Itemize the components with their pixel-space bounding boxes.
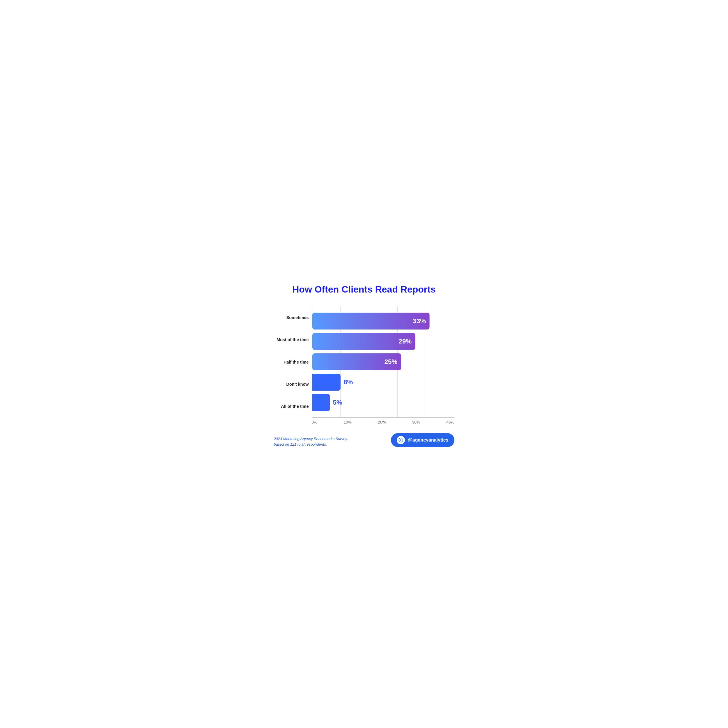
bar-value-label: 5% [333,399,342,406]
footnote-line2: based on 121 total respondents. [274,442,327,447]
y-label: Most of the time [274,337,309,342]
brand-icon [397,436,405,444]
bar-row: 5% [312,392,454,413]
bar-row: 25% [312,352,454,372]
bar-row: 8% [312,372,454,392]
y-labels: SometimesMost of the timeHalf the timeDo… [274,306,312,418]
svg-rect-0 [312,313,430,329]
bar-row: 29% [312,331,454,352]
footnote: 2023 Marketing Agency Benchmarks Survey,… [274,436,348,447]
bar-value-label: 33% [413,317,426,325]
y-label: Half the time [274,360,309,365]
y-label: Sometimes [274,315,309,320]
x-axis-label: 20% [378,420,386,424]
bar-wrap [312,394,330,411]
plot-area: 33%29%25%8%5% [312,306,454,418]
bar-value-label: 8% [344,378,353,386]
chart-inner: SometimesMost of the timeHalf the timeDo… [274,306,454,418]
bar-wrap: 25% [312,353,401,370]
bar-value-label: 25% [384,358,398,366]
bar-wrap: 29% [312,333,415,350]
x-axis-labels-inner: 0%10%20%30%40% [312,420,454,424]
x-axis-label: 40% [446,420,454,424]
x-axis-label: 0% [312,420,318,424]
y-label: Don't know [274,382,309,387]
bar-wrap: 33% [312,313,430,329]
x-axis-label: 30% [412,420,420,424]
y-label: All of the time [274,404,309,409]
bar-value-label: 29% [399,338,411,345]
x-axis-labels: 0%10%20%30%40% [274,418,454,424]
brand-badge: @agencyanalytics [391,433,454,447]
bar-row: 33% [312,311,454,331]
chart-area: SometimesMost of the timeHalf the timeDo… [274,306,454,424]
bar-wrap [312,374,341,391]
bars-container: 33%29%25%8%5% [312,306,454,417]
footnote-line1: 2023 Marketing Agency Benchmarks Survey, [274,437,348,441]
x-axis-label: 10% [344,420,352,424]
chart-title: How Often Clients Read Reports [274,284,454,295]
footer: 2023 Marketing Agency Benchmarks Survey,… [274,433,454,447]
chart-card: How Often Clients Read Reports Sometimes… [262,272,466,456]
brand-handle: @agencyanalytics [408,437,448,443]
